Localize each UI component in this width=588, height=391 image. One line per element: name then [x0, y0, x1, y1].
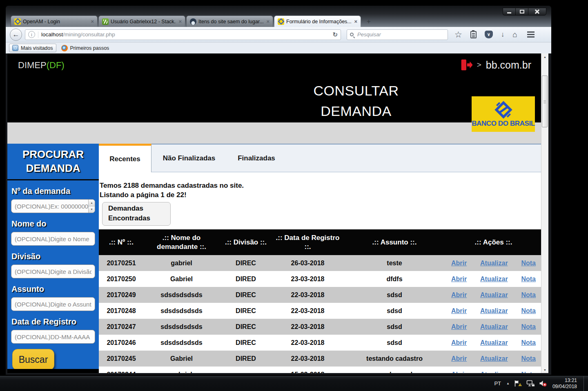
nome-demandante-field: [11, 232, 95, 246]
table-row: 20170247sdsdsdsdsdsDIREC22-03-2018sdsdAb…: [99, 319, 541, 335]
minimize-button[interactable]: [503, 8, 515, 16]
browser-tab[interactable]: Formulário de Informações...×: [274, 16, 361, 27]
abrir-link[interactable]: Abrir: [451, 371, 467, 373]
atualizar-link[interactable]: Atualizar: [480, 355, 508, 362]
cell: 20170251: [99, 260, 144, 267]
cell: DIREC: [219, 323, 272, 331]
column-header: .:: Nº ::.: [99, 229, 144, 255]
pocket-icon[interactable]: ∨: [485, 31, 493, 38]
cell: 22-03-2018: [272, 355, 343, 362]
scroll-down-icon[interactable]: ▼: [541, 367, 548, 373]
home-icon[interactable]: ⌂: [512, 31, 517, 38]
table-body: 20170251gabrielDIREC26-03-2018testeAbrir…: [99, 255, 541, 373]
divider: [38, 31, 38, 38]
action-center-flag-icon[interactable]: [514, 380, 522, 387]
nota-link[interactable]: Nota: [521, 355, 536, 362]
back-button[interactable]: ←: [10, 29, 22, 41]
atualizar-link[interactable]: Atualizar: [480, 275, 508, 283]
abrir-link[interactable]: Abrir: [451, 339, 467, 347]
numero-demanda-label: Nº da demanda: [11, 187, 95, 196]
volume-muted-icon[interactable]: [539, 380, 547, 387]
browser-tab[interactable]: Usuário Gabrielxx12 - Stack...×: [98, 16, 185, 27]
logout-label[interactable]: bb.com.br: [486, 59, 531, 71]
tab-finalizadas[interactable]: Finalizadas: [227, 144, 286, 172]
atualizar-link[interactable]: Atualizar: [480, 371, 508, 373]
tray-expand-icon[interactable]: ▲: [506, 382, 510, 385]
bookmarks-list-icon[interactable]: [470, 31, 477, 38]
atualizar-link[interactable]: Atualizar: [480, 307, 508, 315]
abrir-link[interactable]: Abrir: [451, 323, 467, 331]
spinner-up-icon[interactable]: ▴: [89, 200, 95, 207]
bookmark-star-icon[interactable]: ☆: [454, 30, 462, 39]
abrir-link[interactable]: Abrir: [451, 307, 467, 315]
clock-time: 13:21: [552, 378, 577, 384]
nome-demandante-input[interactable]: [11, 232, 95, 246]
back-icon: ←: [13, 31, 20, 39]
show-desktop-button[interactable]: [584, 376, 586, 391]
cell: dfdfs: [343, 275, 446, 283]
abrir-link[interactable]: Abrir: [451, 291, 467, 299]
nota-link[interactable]: Nota: [521, 260, 536, 267]
clock[interactable]: 13:21 09/04/2018: [552, 378, 577, 390]
page-info-icon[interactable]: i: [28, 31, 35, 38]
data-registro-input[interactable]: [11, 330, 95, 344]
language-indicator[interactable]: PT: [493, 380, 502, 387]
nota-link[interactable]: Nota: [521, 275, 536, 283]
page-scrollbar[interactable]: ▲ ▼: [541, 53, 548, 373]
maximize-button[interactable]: [515, 8, 528, 16]
bank-logo: BANCO DO BRASIL: [472, 96, 535, 132]
divisao-input[interactable]: [11, 264, 95, 278]
new-tab-button[interactable]: +: [363, 16, 374, 27]
tab-close-icon[interactable]: ×: [266, 19, 270, 24]
nota-link[interactable]: Nota: [521, 307, 536, 315]
atualizar-link[interactable]: Atualizar: [480, 260, 508, 267]
column-header: .:: Nome do demandante ::.: [144, 229, 219, 255]
spinner-down-icon[interactable]: ▾: [89, 207, 95, 213]
bookmark-primeiros-passos[interactable]: Primeiros passos: [61, 45, 109, 51]
titlebar[interactable]: OpenAM - Login×Usuário Gabrielxx12 - Sta…: [6, 6, 551, 27]
column-header: .:: Divisão ::.: [219, 229, 272, 255]
logout-link[interactable]: > bb.com.br: [459, 58, 531, 71]
assunto-field: [11, 297, 95, 311]
atualizar-link[interactable]: Atualizar: [480, 291, 508, 299]
nota-link[interactable]: Nota: [521, 291, 536, 299]
network-icon[interactable]: [526, 380, 535, 387]
cell: 20170245: [99, 355, 144, 362]
cell: DIREC: [219, 339, 272, 347]
numero-demanda-input[interactable]: [11, 199, 95, 213]
bank-logo-text: BANCO DO BRASIL: [472, 120, 535, 128]
reload-icon[interactable]: ↻: [332, 31, 338, 38]
bookmark-mais-visitados[interactable]: Mais visitados: [9, 44, 56, 52]
abrir-link[interactable]: Abrir: [451, 275, 467, 283]
assunto-input[interactable]: [11, 297, 95, 311]
demand-table: .:: Nº ::..:: Nome do demandante ::..:: …: [99, 229, 541, 373]
downloads-icon[interactable]: ↓: [501, 31, 505, 39]
search-input[interactable]: [356, 31, 445, 38]
tab-close-icon[interactable]: ×: [178, 19, 182, 24]
atualizar-link[interactable]: Atualizar: [480, 323, 508, 331]
cell: DIRED: [219, 275, 272, 283]
atualizar-link[interactable]: Atualizar: [480, 339, 508, 347]
cell: 23-03-2018: [272, 275, 343, 283]
close-button[interactable]: [528, 8, 546, 16]
cell: testando cadastro: [343, 355, 446, 362]
tab-nao-finalizadas[interactable]: Não Finalizadas: [151, 144, 227, 172]
brand-unit: (DF): [47, 60, 65, 70]
menu-icon[interactable]: [527, 34, 535, 35]
browser-tab[interactable]: Itens do site saem do lugar...×: [186, 16, 273, 27]
nota-link[interactable]: Nota: [521, 323, 536, 331]
nota-link[interactable]: Nota: [521, 339, 536, 347]
tab-recentes[interactable]: Recentes: [99, 144, 151, 172]
nota-link[interactable]: Nota: [521, 371, 536, 373]
scroll-up-icon[interactable]: ▲: [541, 53, 548, 60]
number-spinner[interactable]: ▴▾: [88, 200, 95, 213]
search-bar[interactable]: [347, 29, 448, 40]
buscar-button[interactable]: Buscar: [12, 349, 54, 369]
scrollbar-thumb[interactable]: [542, 76, 548, 127]
abrir-link[interactable]: Abrir: [451, 355, 467, 362]
browser-tab[interactable]: OpenAM - Login×: [11, 16, 98, 27]
tab-close-icon[interactable]: ×: [91, 19, 94, 24]
tab-close-icon[interactable]: ×: [354, 19, 357, 24]
abrir-link[interactable]: Abrir: [451, 260, 467, 267]
url-bar[interactable]: i localhost /mining/consultar.php ↻: [25, 29, 341, 40]
